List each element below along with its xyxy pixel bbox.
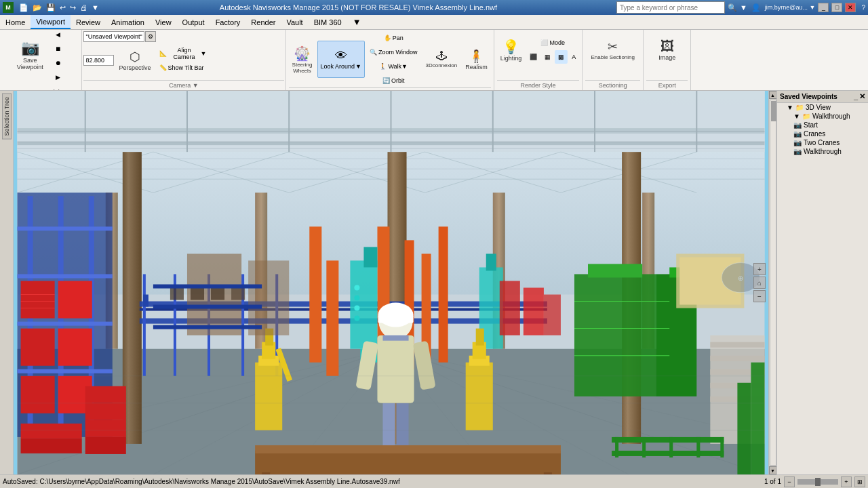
- tree-item-two-cranes[interactable]: 📷 Two Cranes: [777, 138, 868, 147]
- look-around-button[interactable]: 👁 Look Around ▼: [317, 41, 365, 78]
- svg-rect-104: [466, 363, 493, 430]
- perspective-button[interactable]: ⬡ Perspective: [115, 43, 154, 77]
- menu-factory[interactable]: Factory: [210, 15, 246, 29]
- saved-viewpoints-panel: Saved Viewpoints _ ✕ ▼ 📁 3D View ▼ 📁 Wal…: [776, 91, 868, 474]
- search-options-icon[interactable]: ▼: [740, 3, 747, 12]
- export-label[interactable]: Export: [646, 80, 688, 89]
- search-input[interactable]: [616, 1, 725, 14]
- scroll-down-button[interactable]: ▼: [769, 466, 777, 474]
- search-icon[interactable]: 🔍: [728, 3, 737, 12]
- qa-print-icon[interactable]: 🖨: [79, 3, 89, 12]
- viewpoint-name-input[interactable]: [83, 31, 144, 42]
- tree-item-walkthrough-1[interactable]: ▼ 📁 Walkthrough: [777, 112, 868, 121]
- steering-wheels-button[interactable]: 🎡 SteeringWheels: [289, 41, 316, 78]
- status-grid-button[interactable]: ⊞: [854, 476, 865, 487]
- save-viewpoint-button[interactable]: 📷 SaveViewpoint: [14, 35, 47, 76]
- svg-rect-130: [248, 260, 289, 335]
- playback-play-button[interactable]: ▶: [48, 70, 68, 84]
- svg-rect-63: [85, 403, 126, 420]
- camera-label[interactable]: Camera ▼: [83, 80, 283, 89]
- show-tilt-bar-button[interactable]: 📏 Show Tilt Bar: [156, 61, 210, 75]
- svg-text:⊕: ⊕: [738, 274, 743, 282]
- menu-bim360[interactable]: BIM 360: [309, 15, 347, 29]
- mode-button[interactable]: ⬜ Mode: [526, 36, 579, 49]
- scroll-up-button[interactable]: ▲: [769, 91, 777, 99]
- zoom-window-button[interactable]: 🔍 Zoom Window: [366, 45, 421, 59]
- minimize-button[interactable]: _: [818, 3, 829, 12]
- record-button[interactable]: ⏺: [48, 56, 68, 70]
- sectioning-label[interactable]: Sectioning: [585, 80, 640, 89]
- render-btn2[interactable]: ▦: [541, 50, 554, 64]
- threedconnexion-button[interactable]: 🕹 3Dconnexion: [422, 41, 460, 78]
- render-style-label[interactable]: Render Style: [497, 80, 580, 89]
- render-btn3[interactable]: ▩: [555, 50, 568, 64]
- status-zoom-decrease[interactable]: −: [784, 476, 795, 487]
- svg-rect-77: [326, 260, 338, 375]
- qa-extra-icon[interactable]: ▼: [90, 3, 100, 12]
- viewport[interactable]: ⊕ + ⌂ −: [14, 91, 768, 474]
- menu-review[interactable]: Review: [71, 15, 106, 29]
- tree-item-walkthrough-2[interactable]: 📷 Walkthrough: [777, 147, 868, 156]
- nav-zoom-out-button[interactable]: −: [753, 290, 766, 302]
- help-icon[interactable]: 👤: [750, 3, 762, 12]
- qa-redo-icon[interactable]: ↪: [68, 3, 77, 13]
- pan-button[interactable]: ✋ Pan: [366, 31, 421, 45]
- user-dropdown[interactable]: jim.byrne@au... ▼: [765, 4, 816, 11]
- help-button[interactable]: ?: [861, 4, 865, 12]
- realism-button[interactable]: 🧍 Realism: [462, 41, 491, 78]
- pan-icon: ✋: [384, 35, 391, 41]
- look-around-icon: 👁: [335, 49, 347, 63]
- qa-undo-icon[interactable]: ↩: [58, 3, 67, 13]
- qa-save-icon[interactable]: 💾: [45, 3, 57, 13]
- app-title: Autodesk Navisworks Manage 2015 (NOT FOR…: [100, 3, 616, 12]
- saved-viewpoints-close[interactable]: ✕: [859, 92, 865, 101]
- render-btn1[interactable]: ⬛: [526, 50, 540, 64]
- status-zoom-slider[interactable]: [797, 479, 838, 485]
- qa-new-icon[interactable]: 📄: [18, 3, 30, 13]
- image-export-button[interactable]: 🖼 Image: [654, 31, 681, 68]
- svg-rect-62: [85, 386, 126, 403]
- status-zoom-increase[interactable]: +: [841, 476, 852, 487]
- menu-render[interactable]: Render: [245, 15, 281, 29]
- svg-rect-117: [255, 451, 561, 474]
- qa-open-icon[interactable]: 📂: [31, 3, 43, 13]
- tree-folder-icon: 📁: [795, 104, 804, 111]
- align-camera-button[interactable]: 📐 Align Camera ▼: [156, 47, 210, 60]
- playback-end-button[interactable]: ▶▶: [48, 85, 68, 92]
- svg-rect-134: [170, 288, 184, 300]
- tree-item-cranes[interactable]: 📷 Cranes: [777, 129, 868, 138]
- menu-vault[interactable]: Vault: [281, 15, 308, 29]
- maximize-button[interactable]: □: [831, 3, 842, 12]
- selection-tree-tab[interactable]: Selection Tree: [2, 94, 12, 140]
- menu-output[interactable]: Output: [177, 15, 210, 29]
- enable-sectioning-button[interactable]: ✂ Enable Sectioning: [588, 31, 639, 68]
- menu-more[interactable]: ▼: [347, 15, 367, 29]
- menu-home[interactable]: Home: [0, 15, 31, 29]
- left-panel: Selection Tree: [0, 91, 14, 474]
- svg-rect-147: [642, 437, 646, 458]
- nav-home-button[interactable]: ⌂: [753, 277, 766, 289]
- lighting-button[interactable]: 💡 Lighting: [497, 31, 526, 68]
- svg-rect-119: [262, 472, 270, 474]
- walk-button[interactable]: 🚶 Walk ▼: [366, 60, 421, 73]
- close-button[interactable]: ✕: [845, 3, 856, 12]
- playback-prev-button[interactable]: ◀: [48, 30, 68, 41]
- tree-item-3dview[interactable]: ▼ 📁 3D View: [777, 103, 868, 112]
- nav-zoom-in-button[interactable]: +: [753, 263, 766, 275]
- tree-item-start[interactable]: 📷 Start: [777, 121, 868, 129]
- page-info: 1 of 1: [764, 478, 781, 485]
- menu-view[interactable]: View: [150, 15, 177, 29]
- saved-viewpoints-collapse[interactable]: _: [854, 92, 858, 101]
- playback-stop-button[interactable]: ⏹: [48, 42, 68, 56]
- svg-rect-145: [612, 451, 724, 456]
- svg-rect-131: [500, 281, 520, 335]
- orbit-button[interactable]: 🔄 Orbit: [366, 74, 421, 87]
- fov-input[interactable]: [83, 55, 114, 66]
- svg-rect-53: [21, 281, 55, 318]
- perspective-icon: ⬡: [130, 49, 140, 64]
- menu-viewport[interactable]: Viewport: [31, 15, 71, 29]
- render-btn4[interactable]: A: [568, 50, 579, 64]
- menu-animation[interactable]: Animation: [106, 15, 150, 29]
- svg-rect-67: [21, 439, 82, 453]
- viewpoint-settings-button[interactable]: ⚙: [145, 31, 156, 42]
